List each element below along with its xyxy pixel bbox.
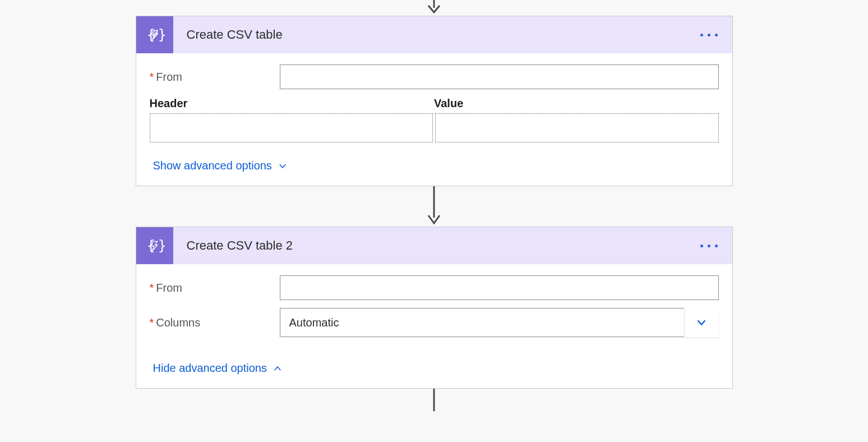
- show-advanced-options-toggle[interactable]: Show advanced options: [150, 159, 288, 172]
- field-row-columns: * Columns Automatic: [150, 308, 719, 337]
- required-marker: *: [150, 282, 154, 294]
- field-row-from: * From: [150, 65, 719, 89]
- svg-text:{: {: [147, 238, 155, 254]
- header-cell-input[interactable]: [150, 113, 433, 142]
- columns-header-row: Header Value: [150, 97, 719, 112]
- card-body: * From * Columns Automatic: [136, 264, 732, 388]
- card-header[interactable]: { } Create CSV table: [136, 16, 732, 53]
- more-options-button[interactable]: [696, 29, 722, 41]
- from-input[interactable]: [280, 275, 719, 300]
- flow-designer-canvas: { } Create CSV table * From: [0, 0, 868, 411]
- from-input[interactable]: [280, 65, 719, 89]
- svg-text:}: }: [158, 27, 165, 43]
- data-operations-icon: { }: [136, 16, 173, 53]
- columns-label: * Columns: [150, 316, 280, 329]
- svg-text:}: }: [158, 238, 165, 254]
- card-body: * From Header Value Show advanced option…: [136, 53, 732, 186]
- columns-select-value: Automatic: [289, 316, 709, 329]
- from-label: * From: [150, 71, 280, 84]
- more-options-button[interactable]: [696, 240, 722, 252]
- field-row-from: * From: [150, 275, 719, 300]
- columns-select[interactable]: Automatic: [280, 308, 719, 337]
- select-caret: [684, 308, 719, 337]
- data-operations-icon: { }: [136, 227, 173, 264]
- columns-input-row: [150, 113, 719, 142]
- svg-text:{: {: [147, 27, 155, 43]
- connector-arrow-bottom: [426, 389, 442, 411]
- chevron-down-icon: [278, 161, 288, 171]
- card-title: Create CSV table 2: [187, 238, 696, 253]
- connector-arrow-middle: [426, 186, 442, 227]
- from-label: * From: [150, 282, 280, 294]
- card-header[interactable]: { } Create CSV table 2: [136, 227, 732, 264]
- chevron-up-icon: [273, 363, 283, 374]
- value-cell-input[interactable]: [435, 113, 719, 142]
- card-title: Create CSV table: [187, 27, 696, 42]
- header-column-label: Header: [150, 97, 435, 112]
- connector-arrow-top: [426, 0, 442, 16]
- chevron-down-icon: [695, 316, 708, 329]
- required-marker: *: [150, 316, 154, 329]
- value-column-label: Value: [434, 97, 719, 112]
- hide-advanced-options-toggle[interactable]: Hide advanced options: [150, 362, 283, 375]
- required-marker: *: [150, 71, 154, 84]
- action-card-create-csv-table: { } Create CSV table * From: [136, 16, 733, 186]
- action-card-create-csv-table-2: { } Create CSV table 2 * From: [136, 227, 733, 389]
